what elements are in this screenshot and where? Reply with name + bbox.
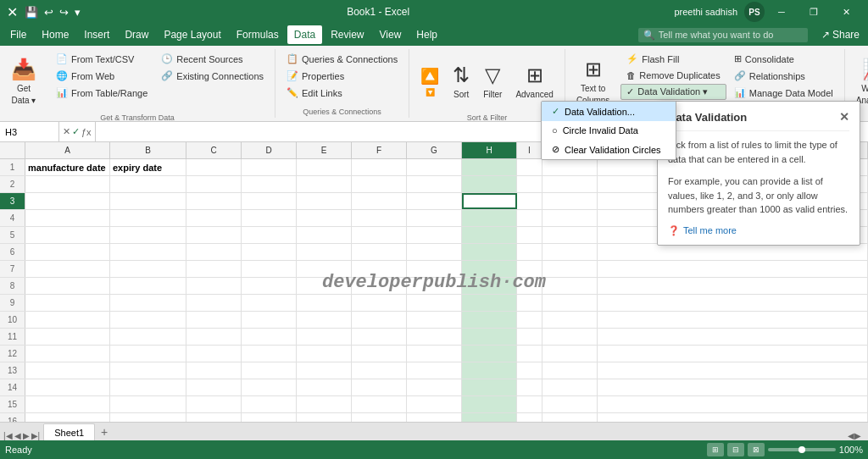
restore-button[interactable]: ❐	[798, 0, 829, 24]
cell-f2[interactable]	[352, 176, 407, 192]
from-text-csv-button[interactable]: 📄 From Text/CSV	[50, 51, 153, 67]
name-box[interactable]: H3	[0, 122, 59, 141]
add-sheet-button[interactable]: +	[95, 423, 114, 440]
cell-j3[interactable]	[542, 193, 598, 209]
cell-c2[interactable]	[186, 176, 242, 192]
cell-e3[interactable]	[297, 193, 352, 209]
queries-connections-button[interactable]: 📋 Queries & Connections	[281, 51, 403, 67]
redo-button[interactable]: ↪	[58, 5, 70, 19]
nav-first-button[interactable]: |◀	[3, 431, 13, 440]
menu-file[interactable]: File	[3, 25, 33, 44]
dv-panel-close-button[interactable]: ✕	[839, 110, 849, 124]
sort-button[interactable]: ⇅ Sort	[447, 51, 476, 112]
col-header-g[interactable]: G	[407, 142, 462, 158]
menu-page-layout[interactable]: Page Layout	[157, 25, 227, 44]
sort-filter-label: Sort & Filter	[415, 112, 559, 122]
col-header-i[interactable]: I	[517, 142, 542, 158]
consolidate-button[interactable]: ⊞ Consolidate	[728, 51, 839, 67]
sheet-tab-sheet1[interactable]: Sheet1	[43, 423, 95, 440]
cell-h3-active[interactable]	[462, 193, 517, 209]
cell-a3[interactable]	[25, 193, 110, 209]
cell-d3[interactable]	[242, 193, 297, 209]
cell-j2[interactable]	[542, 176, 598, 192]
menu-review[interactable]: Review	[324, 25, 370, 44]
dv-menu-item-clear-circles[interactable]: ⊘ Clear Validation Circles	[542, 140, 676, 159]
nav-next-button[interactable]: ▶	[23, 431, 30, 440]
cell-i3[interactable]	[517, 193, 542, 209]
cell-a1[interactable]: manufacture date	[25, 159, 110, 175]
sort-az-button[interactable]: 🔼 🔽	[415, 51, 445, 112]
manage-model-button[interactable]: 📊 Manage Data Model	[728, 85, 839, 101]
customize-quick-access-button[interactable]: ▾	[73, 5, 82, 19]
col-header-f[interactable]: F	[352, 142, 407, 158]
cell-g1[interactable]	[407, 159, 462, 175]
page-layout-view-button[interactable]: ⊟	[727, 443, 744, 456]
cell-i1[interactable]	[517, 159, 542, 175]
menu-view[interactable]: View	[373, 25, 409, 44]
filter-button[interactable]: ▽ Filter	[477, 51, 508, 112]
cancel-icon[interactable]: ✕	[63, 126, 70, 137]
cell-e1[interactable]	[297, 159, 352, 175]
dv-menu-item-circle-invalid[interactable]: ○ Circle Invalid Data	[542, 121, 676, 140]
page-break-view-button[interactable]: ⊠	[748, 443, 765, 456]
undo-button[interactable]: ↩	[42, 5, 55, 19]
cell-b1[interactable]: expiry date	[110, 159, 186, 175]
menu-insert[interactable]: Insert	[77, 25, 116, 44]
function-icon[interactable]: ƒx	[81, 127, 92, 137]
col-header-c[interactable]: C	[186, 142, 242, 158]
cell-h1[interactable]	[462, 159, 517, 175]
cell-g3[interactable]	[407, 193, 462, 209]
dv-panel-tell-me-more-link[interactable]: ❓ Tell me more	[668, 225, 849, 236]
nav-last-button[interactable]: ▶|	[31, 431, 41, 440]
close-button[interactable]: ✕	[831, 0, 861, 24]
nav-prev-button[interactable]: ◀	[14, 431, 21, 440]
from-table-button[interactable]: 📊 From Table/Range	[50, 85, 153, 101]
col-header-h[interactable]: H	[462, 142, 517, 158]
cell-d2[interactable]	[242, 176, 297, 192]
menu-help[interactable]: Help	[409, 25, 444, 44]
cell-j1[interactable]	[542, 159, 598, 175]
cell-c1[interactable]	[186, 159, 242, 175]
cell-h2[interactable]	[462, 176, 517, 192]
table-row: 13	[0, 362, 868, 379]
share-button[interactable]: ↗ Share	[816, 27, 865, 42]
confirm-icon[interactable]: ✓	[72, 126, 80, 137]
dv-menu-item-validation[interactable]: ✓ Data Validation...	[542, 102, 676, 121]
col-header-d[interactable]: D	[242, 142, 297, 158]
cell-c3[interactable]	[186, 193, 242, 209]
cell-a2[interactable]	[25, 176, 110, 192]
remove-dupes-button[interactable]: 🗑 Remove Duplicates	[620, 68, 726, 83]
zoom-slider[interactable]	[768, 448, 836, 451]
menu-home[interactable]: Home	[35, 25, 75, 44]
cell-d1[interactable]	[242, 159, 297, 175]
menu-draw[interactable]: Draw	[118, 25, 155, 44]
normal-view-button[interactable]: ⊞	[707, 443, 724, 456]
cell-g2[interactable]	[407, 176, 462, 192]
edit-links-button[interactable]: ✏️ Edit Links	[281, 85, 403, 101]
cell-f1[interactable]	[352, 159, 407, 175]
get-data-button[interactable]: 📥 Get Data ▾	[5, 51, 42, 112]
cell-b3[interactable]	[110, 193, 186, 209]
cell-i2[interactable]	[517, 176, 542, 192]
from-web-button[interactable]: 🌐 From Web	[50, 68, 153, 84]
properties-button[interactable]: 📝 Properties	[281, 68, 403, 84]
col-header-b[interactable]: B	[110, 142, 186, 158]
menu-data[interactable]: Data	[287, 25, 322, 44]
cell-e2[interactable]	[297, 176, 352, 192]
cell-b2[interactable]	[110, 176, 186, 192]
table-row: 8	[0, 278, 868, 295]
col-header-a[interactable]: A	[25, 142, 110, 158]
flash-fill-button[interactable]: ⚡ Flash Fill	[620, 51, 726, 67]
recent-icon: 🕒	[161, 53, 173, 64]
save-button[interactable]: 💾	[23, 5, 40, 19]
minimize-button[interactable]: ─	[766, 0, 797, 24]
user-avatar[interactable]: PS	[744, 2, 765, 22]
cell-f3[interactable]	[352, 193, 407, 209]
existing-connections-button[interactable]: 🔗 Existing Connections	[155, 68, 270, 84]
search-box[interactable]: 🔍 Tell me what you want to do	[638, 28, 808, 42]
data-validation-button[interactable]: ✓ Data Validation ▾	[620, 84, 726, 100]
menu-formulas[interactable]: Formulas	[230, 25, 286, 44]
relationships-button[interactable]: 🔗 Relationships	[728, 68, 839, 84]
col-header-e[interactable]: E	[297, 142, 352, 158]
recent-sources-button[interactable]: 🕒 Recent Sources	[155, 51, 270, 67]
